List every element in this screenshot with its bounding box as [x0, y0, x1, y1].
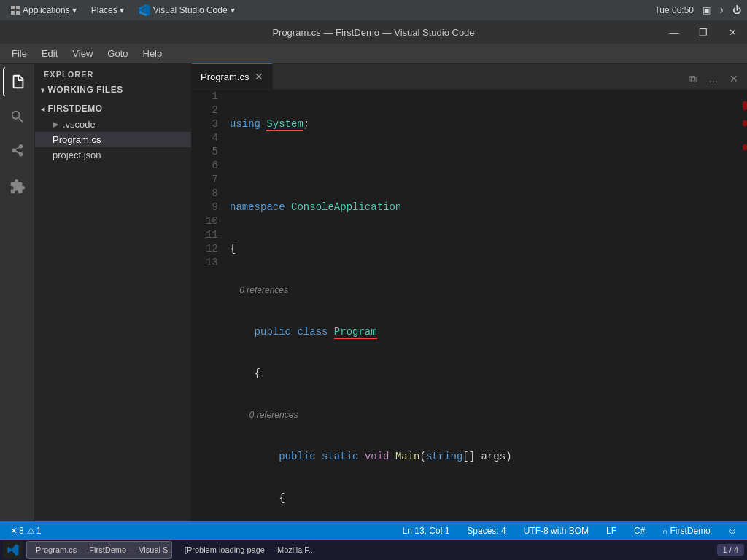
- tab-bar: Program.cs ✕ ⧉ … ✕: [192, 64, 747, 90]
- menu-bar: File Edit View Goto Help: [0, 44, 747, 64]
- editor-area: Program.cs ✕ ⧉ … ✕ 1 2 3 4 5 6 7 8 9 10: [192, 64, 747, 521]
- line-num-10: 10: [201, 214, 218, 228]
- scroll-error-indicator-3: [743, 144, 747, 150]
- working-files-header[interactable]: ▾ WORKING FILES: [35, 82, 191, 98]
- line-num-1: 1: [201, 90, 218, 104]
- firefox-taskbar-label: [Problem loading page — Mozilla F...: [185, 545, 315, 554]
- sidebar: EXPLORER ▾ WORKING FILES ◂ FIRSTDEMO ▶ .…: [35, 64, 192, 521]
- line-num-2: 2: [201, 104, 218, 117]
- warning-icon: ⚠: [27, 526, 35, 536]
- system-bar-right: Tue 06:50 ▣ ♪ ⏻: [654, 5, 741, 15]
- vscode-taskbar-btn[interactable]: Program.cs — FirstDemo — Visual S...: [26, 541, 172, 559]
- edit-menu[interactable]: Edit: [36, 46, 63, 61]
- program-cs-label: Program.cs: [53, 134, 101, 145]
- places-menu[interactable]: Places ▾: [87, 4, 128, 17]
- svg-rect-0: [11, 6, 15, 9]
- language-label: C#: [634, 526, 645, 536]
- title-bar: Program.cs — FirstDemo — Visual Studio C…: [0, 20, 747, 44]
- power-icon[interactable]: ⏻: [732, 5, 741, 15]
- eol[interactable]: LF: [602, 521, 621, 540]
- line-numbers: 1 2 3 4 5 6 7 8 9 10 11 12 13: [192, 90, 224, 521]
- tab-close-button[interactable]: ✕: [255, 71, 263, 82]
- code-line-2: [230, 159, 737, 173]
- project-json-item[interactable]: project.json: [35, 147, 191, 163]
- search-activity-icon[interactable]: [3, 102, 32, 131]
- vscode-arrow: ▾: [231, 5, 235, 15]
- firstdemo-section: ◂ FIRSTDEMO ▶ .vscode Program.cs project…: [35, 101, 191, 163]
- close-button[interactable]: ✕: [718, 20, 747, 44]
- system-time: Tue 06:50: [654, 5, 694, 15]
- activity-bar: [0, 64, 35, 521]
- code-line-8: {: [230, 491, 737, 505]
- encoding-label: UTF-8 with BOM: [524, 526, 589, 536]
- maximize-button[interactable]: ❐: [689, 20, 718, 44]
- line-num-9: 9: [201, 201, 218, 214]
- status-bar-left: ✕ 8 ⚠ 1: [6, 521, 45, 540]
- help-menu[interactable]: Help: [137, 46, 169, 61]
- firefox-taskbar-btn[interactable]: [Problem loading page — Mozilla F...: [175, 541, 321, 559]
- code-line-4: {: [230, 242, 737, 256]
- code-line-5: public class Program: [230, 325, 737, 339]
- code-ref-1: 0 references: [230, 284, 737, 298]
- places-label: Places: [91, 5, 117, 15]
- line-num-6: 6: [201, 159, 218, 173]
- folder-icon: ▶: [53, 120, 58, 129]
- line-num-4: 4: [201, 131, 218, 145]
- program-cs-tab[interactable]: Program.cs ✕: [192, 63, 273, 89]
- code-editor[interactable]: 1 2 3 4 5 6 7 8 9 10 11 12 13 using Syst…: [192, 90, 747, 521]
- language-mode[interactable]: C#: [630, 521, 649, 540]
- status-bar-right: Ln 13, Col 1 Spaces: 4 UTF-8 with BOM LF…: [398, 521, 741, 540]
- applications-arrow: ▾: [72, 5, 77, 15]
- app-icon: [10, 5, 20, 15]
- split-editor-button[interactable]: ⧉: [683, 69, 703, 89]
- applications-label: Applications: [23, 5, 70, 15]
- svg-rect-3: [16, 11, 20, 15]
- file-menu[interactable]: File: [6, 46, 33, 61]
- places-arrow: ▾: [120, 5, 124, 15]
- taskbar: Program.cs — FirstDemo — Visual S... [Pr…: [0, 540, 747, 560]
- tab-actions: ⧉ … ✕: [683, 69, 747, 89]
- view-menu[interactable]: View: [66, 46, 98, 61]
- code-line-7: public static void Main(string[] args): [230, 450, 737, 464]
- window-title: Program.cs — FirstDemo — Visual Studio C…: [0, 27, 747, 38]
- close-editors-button[interactable]: ✕: [724, 69, 744, 89]
- spaces-label: Spaces: 4: [467, 526, 506, 536]
- status-bar: ✕ 8 ⚠ 1 Ln 13, Col 1 Spaces: 4 UTF-8 wit…: [0, 521, 747, 540]
- warning-count: ⚠ 1: [27, 526, 42, 536]
- firstdemo-label: FIRSTDEMO: [48, 104, 103, 114]
- right-scroll[interactable]: [737, 90, 747, 521]
- code-content[interactable]: using System; namespace ConsoleApplicati…: [224, 90, 737, 521]
- main-layout: EXPLORER ▾ WORKING FILES ◂ FIRSTDEMO ▶ .…: [0, 64, 747, 521]
- feedback-icon[interactable]: ☺: [724, 521, 741, 540]
- error-status[interactable]: ✕ 8 ⚠ 1: [6, 521, 45, 540]
- encoding[interactable]: UTF-8 with BOM: [519, 521, 593, 540]
- minimize-button[interactable]: —: [659, 20, 689, 44]
- more-actions-button[interactable]: …: [703, 69, 724, 89]
- git-branch[interactable]: ⑃ FirstDemo: [658, 521, 714, 540]
- line-num-5: 5: [201, 145, 218, 159]
- firstdemo-arrow: ◂: [41, 105, 45, 113]
- indentation[interactable]: Spaces: 4: [462, 521, 510, 540]
- svg-rect-2: [11, 11, 15, 15]
- error-icon: ✕: [10, 526, 18, 536]
- vscode-folder-item[interactable]: ▶ .vscode: [35, 117, 191, 132]
- code-line-1: using System;: [230, 117, 737, 131]
- goto-menu[interactable]: Goto: [101, 46, 133, 61]
- scroll-error-indicator-2: [743, 120, 747, 126]
- explorer-activity-icon[interactable]: [3, 67, 32, 96]
- screen-icon[interactable]: ▣: [703, 5, 711, 15]
- source-control-activity-icon[interactable]: [3, 137, 32, 166]
- program-cs-item[interactable]: Program.cs: [35, 132, 191, 147]
- working-files-section: ▾ WORKING FILES: [35, 82, 191, 98]
- applications-menu[interactable]: Applications ▾: [6, 4, 81, 17]
- branch-icon: ⑃: [662, 526, 667, 536]
- cursor-position[interactable]: Ln 13, Col 1: [398, 521, 454, 540]
- taskbar-right: 1 / 4: [717, 544, 744, 556]
- extensions-activity-icon[interactable]: [3, 172, 32, 201]
- taskbar-start[interactable]: [3, 541, 23, 559]
- firstdemo-header[interactable]: ◂ FIRSTDEMO: [35, 101, 191, 117]
- working-files-arrow: ▾: [41, 86, 45, 94]
- vscode-menu[interactable]: Visual Studio Code ▾: [134, 3, 239, 18]
- vscode-folder-label: .vscode: [63, 119, 96, 130]
- volume-icon[interactable]: ♪: [719, 5, 724, 15]
